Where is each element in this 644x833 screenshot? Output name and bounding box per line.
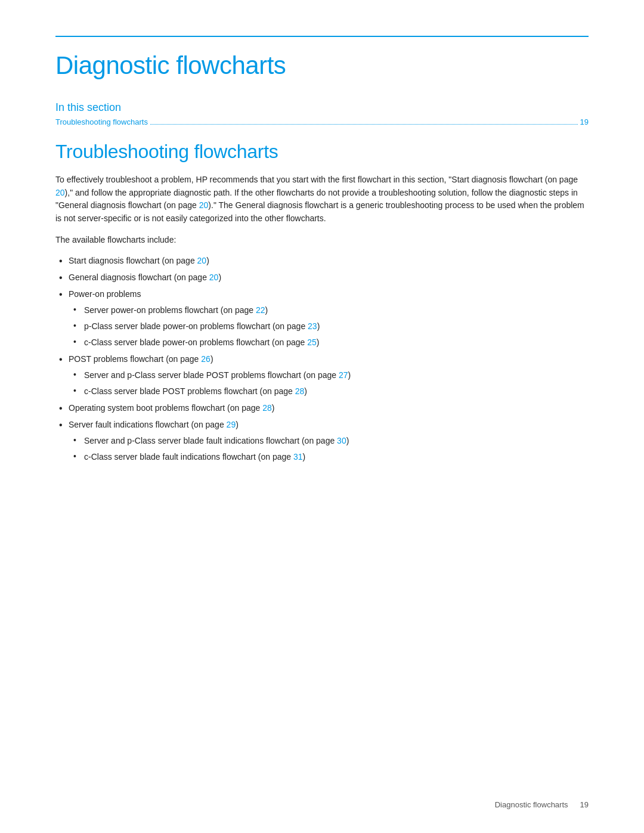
list-item-pclass-power-on: p-Class server blade power-on problems f… <box>69 320 589 333</box>
intro-paragraph-1: To effectively troubleshoot a problem, H… <box>55 174 589 225</box>
list-item-cclass-power-on: c-Class server blade power-on problems f… <box>69 336 589 349</box>
post-sub-list: Server and p-Class server blade POST pro… <box>69 369 589 398</box>
section-title: Troubleshooting flowcharts <box>55 141 589 163</box>
list-item-server-pclass-post: Server and p-Class server blade POST pro… <box>69 369 589 382</box>
toc-entry: Troubleshooting flowcharts 19 <box>55 117 589 126</box>
link-page-26[interactable]: 26 <box>201 354 210 364</box>
page-footer: Diagnostic flowcharts 19 <box>495 800 589 809</box>
link-page-28b[interactable]: 28 <box>262 403 272 413</box>
link-page-29[interactable]: 29 <box>227 420 236 429</box>
list-item-post-problems: POST problems flowchart (on page 26) Ser… <box>55 353 589 398</box>
page-title: Diagnostic flowcharts <box>55 51 589 80</box>
link-page-27[interactable]: 27 <box>339 370 348 380</box>
link-start-diagnosis[interactable]: 20 <box>55 188 65 197</box>
top-rule <box>55 36 589 37</box>
list-item-power-on: Power-on problems Server power-on proble… <box>55 288 589 349</box>
fault-sub-list: Server and p-Class server blade fault in… <box>69 435 589 463</box>
list-item-server-fault: Server fault indications flowchart (on p… <box>55 419 589 463</box>
footer-page-number: 19 <box>580 800 589 809</box>
power-on-sub-list: Server power-on problems flowchart (on p… <box>69 304 589 349</box>
toc-dots <box>150 124 578 125</box>
in-this-section-heading: In this section <box>55 101 589 114</box>
intro-paragraph-2: The available flowcharts include: <box>55 234 589 247</box>
list-item-server-power-on: Server power-on problems flowchart (on p… <box>69 304 589 317</box>
page-container: Diagnostic flowcharts In this section Tr… <box>0 0 644 515</box>
link-page-23[interactable]: 23 <box>308 321 317 331</box>
list-item-start-diagnosis: Start diagnosis flowchart (on page 20) <box>55 255 589 267</box>
link-page-31[interactable]: 31 <box>293 452 303 462</box>
link-page-20b[interactable]: 20 <box>209 272 219 282</box>
link-page-30[interactable]: 30 <box>337 436 346 445</box>
link-page-28a[interactable]: 28 <box>295 386 305 396</box>
list-item-cclass-post: c-Class server blade POST problems flowc… <box>69 385 589 398</box>
link-page-22[interactable]: 22 <box>256 305 265 315</box>
toc-page-number: 19 <box>580 117 589 126</box>
link-general-diagnosis[interactable]: 20 <box>199 200 209 210</box>
flowchart-list: Start diagnosis flowchart (on page 20) G… <box>55 255 589 463</box>
link-page-20a[interactable]: 20 <box>197 256 207 265</box>
toc-entry-text[interactable]: Troubleshooting flowcharts <box>55 117 148 126</box>
list-item-server-pclass-fault: Server and p-Class server blade fault in… <box>69 435 589 447</box>
link-page-25[interactable]: 25 <box>307 337 317 347</box>
footer-label: Diagnostic flowcharts <box>495 800 568 809</box>
list-item-os-boot: Operating system boot problems flowchart… <box>55 402 589 414</box>
list-item-general-diagnosis: General diagnosis flowchart (on page 20) <box>55 271 589 284</box>
list-item-cclass-fault: c-Class server blade fault indications f… <box>69 451 589 463</box>
